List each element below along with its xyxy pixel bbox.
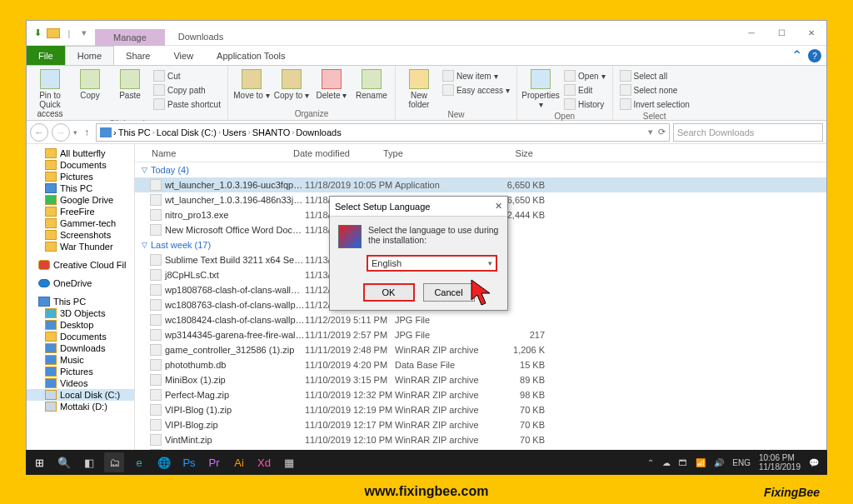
nav-gammer-tech[interactable]: Gammer-tech: [27, 217, 134, 229]
file-row[interactable]: wc1808424-clash-of-clans-wallpapers.jpg1…: [135, 312, 826, 327]
cut-button[interactable]: Cut: [152, 69, 222, 82]
application-tools-tab[interactable]: Application Tools: [205, 46, 297, 65]
view-tab[interactable]: View: [162, 46, 205, 65]
clock[interactable]: 10:06 PM11/18/2019: [759, 453, 801, 472]
nav-music[interactable]: Music: [27, 354, 134, 366]
forward-button[interactable]: →: [52, 123, 70, 142]
crumb-this-pc[interactable]: This PC›: [118, 127, 155, 137]
crumb-shanto[interactable]: SHANTO›: [252, 127, 295, 137]
refresh-icon[interactable]: ⟳: [655, 127, 666, 137]
ribbon-collapse-icon[interactable]: ⌃: [786, 46, 806, 65]
explorer-icon[interactable]: 🗂: [104, 452, 124, 472]
paste-button[interactable]: Paste: [112, 67, 148, 100]
crumb-drive-c[interactable]: Local Disk (C:)›: [157, 127, 221, 137]
copy-path-button[interactable]: Copy path: [152, 83, 222, 97]
file-row[interactable]: VintMint.zip11/10/2019 12:10 PMWinRAR ZI…: [135, 432, 826, 447]
select-none-button[interactable]: Select none: [618, 83, 691, 97]
col-size[interactable]: Size: [475, 148, 541, 158]
search-icon[interactable]: 🔍: [54, 452, 74, 472]
app-icon[interactable]: ▦: [279, 452, 299, 472]
invert-selection-button[interactable]: Invert selection: [618, 97, 691, 111]
minimize-button[interactable]: ─: [736, 21, 766, 45]
pin-quick-access-button[interactable]: Pin to Quick access: [32, 67, 68, 118]
history-button[interactable]: History: [562, 97, 606, 111]
nav-documents-2[interactable]: Documents: [27, 331, 134, 342]
task-view-icon[interactable]: ◧: [79, 452, 99, 472]
crumb-downloads[interactable]: Downloads: [296, 127, 341, 137]
maximize-button[interactable]: ☐: [766, 21, 796, 45]
language-select[interactable]: English ▾: [367, 255, 497, 272]
notification-icon[interactable]: 💬: [809, 458, 819, 467]
col-name[interactable]: Name: [135, 148, 293, 158]
nav-this-pc-pin[interactable]: This PC: [27, 182, 134, 194]
share-tab[interactable]: Share: [114, 46, 162, 65]
illustrator-icon[interactable]: Ai: [229, 452, 249, 472]
nav-onedrive[interactable]: OneDrive: [27, 277, 134, 289]
nav-videos[interactable]: Videos: [27, 377, 134, 389]
xd-icon[interactable]: Xd: [254, 452, 274, 472]
wifi-tray-icon[interactable]: 📶: [696, 458, 706, 467]
file-row[interactable]: wp3144345-garena-free-fire-wallpapers.j.…: [135, 327, 826, 342]
nav-freefire[interactable]: FreeFire: [27, 206, 134, 217]
qat-chevron-icon[interactable]: ▾: [78, 27, 90, 39]
nav-pictures-2[interactable]: Pictures: [27, 366, 134, 377]
nav-desktop[interactable]: Desktop: [27, 319, 134, 331]
premiere-icon[interactable]: Pr: [204, 452, 224, 472]
nav-documents[interactable]: Documents: [27, 159, 134, 171]
nav-pictures[interactable]: Pictures: [27, 171, 134, 182]
copy-button[interactable]: Copy: [72, 67, 108, 100]
language-tray[interactable]: ENG: [732, 458, 751, 467]
folder-icon[interactable]: [47, 28, 60, 38]
back-button[interactable]: ←: [30, 123, 48, 142]
battery-tray-icon[interactable]: 🗔: [679, 458, 687, 467]
file-row[interactable]: photothumb.db11/10/2019 4:20 PMData Base…: [135, 357, 826, 372]
recent-locations-button[interactable]: ▾: [73, 128, 77, 137]
nav-this-pc[interactable]: This PC: [27, 296, 134, 307]
chrome-icon[interactable]: 🌐: [154, 452, 174, 472]
help-icon[interactable]: ?: [808, 49, 821, 62]
properties-button[interactable]: Properties ▾: [522, 67, 559, 109]
tray-chevron-icon[interactable]: ⌃: [647, 458, 654, 467]
new-item-button[interactable]: New item ▾: [441, 69, 511, 82]
paste-shortcut-button[interactable]: Paste shortcut: [152, 97, 222, 111]
file-row[interactable]: game_controller_312586 (1).zip11/11/2019…: [135, 342, 826, 357]
edit-button[interactable]: Edit: [562, 83, 606, 97]
dialog-close-button[interactable]: ✕: [486, 201, 502, 212]
breadcrumb[interactable]: › This PC› Local Disk (C:)› Users› SHANT…: [96, 123, 670, 142]
edge-icon[interactable]: e: [129, 452, 149, 472]
nav-downloads[interactable]: Downloads: [27, 342, 134, 354]
open-button[interactable]: Open ▾: [562, 69, 606, 82]
col-date[interactable]: Date modified: [293, 148, 383, 158]
volume-tray-icon[interactable]: 🔊: [714, 458, 724, 467]
file-row[interactable]: VIPI-Blog (1).zip11/10/2019 12:19 PMWinR…: [135, 402, 826, 417]
move-to-button[interactable]: Move to ▾: [233, 67, 270, 100]
search-input[interactable]: Search Downloads: [673, 123, 823, 142]
cancel-button[interactable]: Cancel: [423, 283, 475, 302]
nav-3d-objects[interactable]: 3D Objects: [27, 307, 134, 319]
nav-creative-cloud[interactable]: Creative Cloud Fil: [27, 259, 134, 271]
nav-all-butterfly[interactable]: All butterfly: [27, 147, 134, 159]
select-all-button[interactable]: Select all: [618, 69, 691, 82]
easy-access-button[interactable]: Easy access ▾: [441, 83, 511, 97]
crumb-users[interactable]: Users›: [222, 127, 251, 137]
file-row[interactable]: Perfect-Mag.zip11/10/2019 12:32 PMWinRAR…: [135, 387, 826, 402]
up-button[interactable]: ↑: [81, 127, 92, 138]
home-tab[interactable]: Home: [65, 46, 114, 65]
file-row[interactable]: wt_launcher_1.0.3.196-uuc3fqp81.exe11/18…: [135, 177, 826, 192]
new-folder-button[interactable]: New folder: [401, 67, 437, 109]
photoshop-icon[interactable]: Ps: [179, 452, 199, 472]
group-header[interactable]: ▽ Today (4): [135, 162, 826, 177]
close-button[interactable]: ✕: [796, 21, 826, 45]
ok-button[interactable]: OK: [363, 283, 415, 302]
delete-button[interactable]: Delete ▾: [313, 67, 350, 100]
col-type[interactable]: Type: [383, 148, 475, 158]
file-row[interactable]: MiniBox (1).zip11/10/2019 3:15 PMWinRAR …: [135, 372, 826, 387]
nav-drive-c[interactable]: Local Disk (C:): [27, 389, 134, 401]
nav-screenshots[interactable]: Screenshots: [27, 229, 134, 241]
column-headers[interactable]: Name Date modified Type Size: [135, 144, 826, 162]
onedrive-tray-icon[interactable]: ☁: [662, 458, 671, 467]
rename-button[interactable]: Rename: [353, 67, 390, 100]
file-tab[interactable]: File: [27, 46, 65, 65]
copy-to-button[interactable]: Copy to ▾: [273, 67, 310, 100]
nav-drive-d[interactable]: Mottaki (D:): [27, 401, 134, 412]
